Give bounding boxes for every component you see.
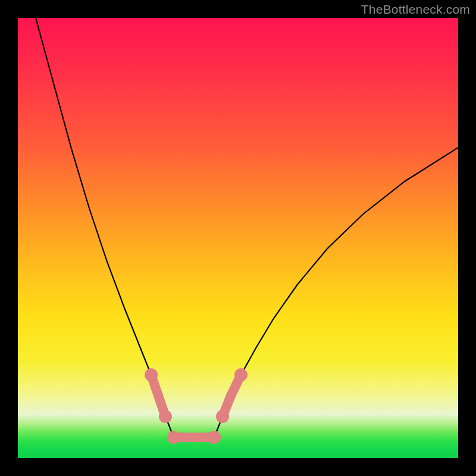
valley-marker-dot xyxy=(216,410,229,423)
curve-right-arm xyxy=(214,148,458,437)
valley-marker-links xyxy=(151,375,241,437)
valley-marker-dot xyxy=(159,410,172,423)
chart-plot-area xyxy=(18,18,458,458)
valley-marker-dot xyxy=(208,431,221,444)
valley-marker-dot xyxy=(167,431,180,444)
watermark-text: TheBottleneck.com xyxy=(361,2,470,17)
valley-marker-dot xyxy=(234,368,248,381)
chart-svg xyxy=(18,18,458,458)
valley-marker-dot xyxy=(145,368,158,381)
